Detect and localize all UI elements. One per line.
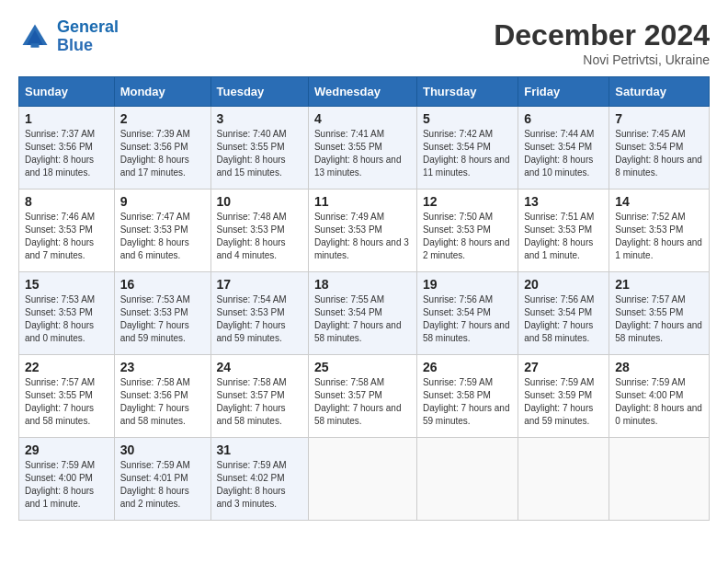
calendar-cell: 11Sunrise: 7:49 AM Sunset: 3:53 PM Dayli… [308,190,416,272]
day-info: Sunrise: 7:39 AM Sunset: 3:56 PM Dayligh… [120,128,205,179]
day-info: Sunrise: 7:59 AM Sunset: 3:58 PM Dayligh… [423,376,512,428]
day-number: 23 [120,360,205,374]
calendar-cell: 16Sunrise: 7:53 AM Sunset: 3:53 PM Dayli… [114,272,210,355]
calendar-cell: 6Sunrise: 7:44 AM Sunset: 3:54 PM Daylig… [518,107,609,190]
day-info: Sunrise: 7:56 AM Sunset: 3:54 PM Dayligh… [524,293,603,345]
day-number: 26 [423,360,512,374]
day-info: Sunrise: 7:45 AM Sunset: 3:54 PM Dayligh… [615,128,703,179]
week-row-2: 8Sunrise: 7:46 AM Sunset: 3:53 PM Daylig… [19,190,710,272]
day-info: Sunrise: 7:53 AM Sunset: 3:53 PM Dayligh… [25,293,108,345]
calendar-cell [518,438,609,521]
day-number: 15 [25,277,108,292]
day-number: 20 [524,277,603,292]
day-info: Sunrise: 7:44 AM Sunset: 3:54 PM Dayligh… [524,128,603,179]
day-info: Sunrise: 7:57 AM Sunset: 3:55 PM Dayligh… [615,293,703,345]
day-info: Sunrise: 7:57 AM Sunset: 3:55 PM Dayligh… [25,376,108,428]
logo-line2: Blue [57,36,93,54]
day-info: Sunrise: 7:37 AM Sunset: 3:56 PM Dayligh… [25,128,108,179]
day-number: 19 [423,277,512,292]
day-number: 22 [25,360,108,374]
calendar-cell: 30Sunrise: 7:59 AM Sunset: 4:01 PM Dayli… [114,438,210,521]
day-number: 30 [120,442,205,457]
calendar-cell: 17Sunrise: 7:54 AM Sunset: 3:53 PM Dayli… [210,272,308,355]
day-number: 13 [524,194,603,209]
calendar-cell: 26Sunrise: 7:59 AM Sunset: 3:58 PM Dayli… [416,355,518,438]
day-info: Sunrise: 7:58 AM Sunset: 3:56 PM Dayligh… [120,376,205,428]
calendar-cell: 3Sunrise: 7:40 AM Sunset: 3:55 PM Daylig… [210,107,308,190]
day-number: 24 [217,360,302,374]
day-number: 1 [25,111,108,126]
location: Novi Petrivtsi, Ukraine [494,52,710,67]
day-number: 28 [615,360,703,374]
logo-icon [18,20,51,53]
day-info: Sunrise: 7:59 AM Sunset: 4:00 PM Dayligh… [25,459,108,511]
logo-line1: General [57,17,119,36]
col-header-saturday: Saturday [609,77,710,107]
day-number: 27 [524,360,603,374]
col-header-monday: Monday [114,77,210,107]
day-number: 7 [615,111,703,126]
calendar-table: SundayMondayTuesdayWednesdayThursdayFrid… [18,76,710,521]
day-number: 8 [25,194,108,209]
day-info: Sunrise: 7:58 AM Sunset: 3:57 PM Dayligh… [217,376,302,428]
day-info: Sunrise: 7:58 AM Sunset: 3:57 PM Dayligh… [314,376,411,428]
day-info: Sunrise: 7:53 AM Sunset: 3:53 PM Dayligh… [120,293,205,345]
day-info: Sunrise: 7:40 AM Sunset: 3:55 PM Dayligh… [217,128,302,179]
day-number: 17 [217,277,302,292]
calendar-cell: 31Sunrise: 7:59 AM Sunset: 4:02 PM Dayli… [210,438,308,521]
calendar-cell: 5Sunrise: 7:42 AM Sunset: 3:54 PM Daylig… [416,107,518,190]
calendar-cell: 25Sunrise: 7:58 AM Sunset: 3:57 PM Dayli… [308,355,416,438]
day-number: 3 [217,111,302,126]
day-number: 16 [120,277,205,292]
col-header-thursday: Thursday [416,77,518,107]
day-info: Sunrise: 7:42 AM Sunset: 3:54 PM Dayligh… [423,128,512,179]
day-number: 12 [423,194,512,209]
day-info: Sunrise: 7:59 AM Sunset: 4:00 PM Dayligh… [615,376,703,428]
day-info: Sunrise: 7:59 AM Sunset: 4:02 PM Dayligh… [217,459,302,511]
day-info: Sunrise: 7:59 AM Sunset: 3:59 PM Dayligh… [524,376,603,428]
day-number: 9 [120,194,205,209]
calendar-cell: 15Sunrise: 7:53 AM Sunset: 3:53 PM Dayli… [19,272,115,355]
calendar-cell: 21Sunrise: 7:57 AM Sunset: 3:55 PM Dayli… [609,272,710,355]
day-number: 31 [217,442,302,457]
week-row-1: 1Sunrise: 7:37 AM Sunset: 3:56 PM Daylig… [19,107,710,190]
day-number: 25 [314,360,411,374]
day-number: 29 [25,442,108,457]
calendar-cell: 8Sunrise: 7:46 AM Sunset: 3:53 PM Daylig… [19,190,115,272]
calendar-cell: 12Sunrise: 7:50 AM Sunset: 3:53 PM Dayli… [416,190,518,272]
day-number: 2 [120,111,205,126]
calendar-cell: 9Sunrise: 7:47 AM Sunset: 3:53 PM Daylig… [114,190,210,272]
svg-rect-2 [31,43,40,48]
calendar-cell [416,438,518,521]
day-number: 18 [314,277,411,292]
day-number: 5 [423,111,512,126]
day-info: Sunrise: 7:51 AM Sunset: 3:53 PM Dayligh… [524,211,603,262]
day-info: Sunrise: 7:47 AM Sunset: 3:53 PM Dayligh… [120,211,205,262]
day-number: 10 [217,194,302,209]
day-number: 6 [524,111,603,126]
week-row-4: 22Sunrise: 7:57 AM Sunset: 3:55 PM Dayli… [19,355,710,438]
col-header-sunday: Sunday [19,77,115,107]
calendar-cell: 4Sunrise: 7:41 AM Sunset: 3:55 PM Daylig… [308,107,416,190]
day-info: Sunrise: 7:49 AM Sunset: 3:53 PM Dayligh… [314,211,411,262]
calendar-cell: 23Sunrise: 7:58 AM Sunset: 3:56 PM Dayli… [114,355,210,438]
calendar-cell: 2Sunrise: 7:39 AM Sunset: 3:56 PM Daylig… [114,107,210,190]
col-header-tuesday: Tuesday [210,77,308,107]
calendar-cell: 1Sunrise: 7:37 AM Sunset: 3:56 PM Daylig… [19,107,115,190]
day-number: 14 [615,194,703,209]
day-info: Sunrise: 7:52 AM Sunset: 3:53 PM Dayligh… [615,211,703,262]
col-header-wednesday: Wednesday [308,77,416,107]
calendar-cell: 19Sunrise: 7:56 AM Sunset: 3:54 PM Dayli… [416,272,518,355]
day-info: Sunrise: 7:55 AM Sunset: 3:54 PM Dayligh… [314,293,411,345]
day-info: Sunrise: 7:56 AM Sunset: 3:54 PM Dayligh… [423,293,512,345]
calendar-cell: 28Sunrise: 7:59 AM Sunset: 4:00 PM Dayli… [609,355,710,438]
week-row-5: 29Sunrise: 7:59 AM Sunset: 4:00 PM Dayli… [19,438,710,521]
calendar-cell: 22Sunrise: 7:57 AM Sunset: 3:55 PM Dayli… [19,355,115,438]
calendar-cell: 20Sunrise: 7:56 AM Sunset: 3:54 PM Dayli… [518,272,609,355]
day-info: Sunrise: 7:59 AM Sunset: 4:01 PM Dayligh… [120,459,205,511]
calendar-cell [609,438,710,521]
day-info: Sunrise: 7:46 AM Sunset: 3:53 PM Dayligh… [25,211,108,262]
col-header-friday: Friday [518,77,609,107]
calendar-cell: 13Sunrise: 7:51 AM Sunset: 3:53 PM Dayli… [518,190,609,272]
day-info: Sunrise: 7:54 AM Sunset: 3:53 PM Dayligh… [217,293,302,345]
